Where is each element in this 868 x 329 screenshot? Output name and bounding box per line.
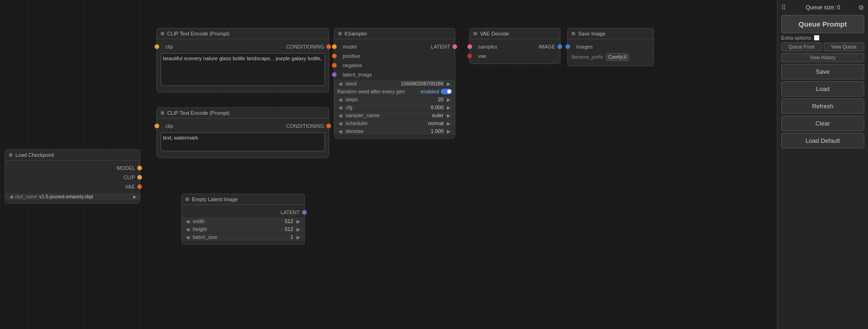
node-empty-latent: Empty Latent Image LATENT ◀ width 512 ▶ …	[181, 194, 305, 245]
clip-encode-2-header: CLIP Text Encode (Prompt)	[157, 108, 329, 119]
conditioning-output-label-1: CONDITIONING	[245, 44, 324, 49]
node-status-dot	[572, 32, 575, 35]
seed-row: ◀ seed 156680208700286 ▶	[334, 80, 455, 87]
image-output-port[interactable]	[557, 44, 562, 49]
height-label: height	[191, 226, 285, 232]
denoise-label: denoise	[344, 128, 430, 134]
denoise-arrow-left[interactable]: ◀	[337, 129, 344, 134]
clip-label: CLIP	[10, 175, 135, 180]
node-status-dot	[473, 32, 477, 35]
save-image-header: Save Image	[568, 28, 653, 39]
queue-prompt-button[interactable]: Queue Prompt	[781, 15, 864, 33]
extra-options-checkbox[interactable]	[814, 35, 819, 41]
images-input-port[interactable]	[565, 44, 570, 49]
width-arrow-left[interactable]: ◀	[184, 219, 191, 224]
sampler-arrow-left[interactable]: ◀	[337, 113, 344, 118]
positive-label: positive	[339, 53, 450, 59]
gear-icon[interactable]: ⚙	[858, 4, 864, 11]
latent-input-row: latent_image	[334, 70, 455, 79]
clip-input-port-1[interactable]	[155, 44, 159, 49]
vae-input-row: vae	[470, 51, 560, 61]
conditioning-output-port-2[interactable]	[326, 124, 331, 128]
batch-row: ◀ batch_size 1 ▶	[182, 233, 304, 241]
queue-front-button[interactable]: Queue Front	[781, 42, 822, 51]
conditioning-output-port-1[interactable]	[326, 44, 331, 49]
vae-input-port[interactable]	[467, 54, 472, 58]
seed-arrow-right[interactable]: ▶	[445, 81, 452, 86]
negative-label: negative	[339, 63, 450, 68]
images-input-label: images	[572, 44, 649, 49]
denoise-row: ◀ denoise 1.000 ▶	[334, 127, 455, 135]
node-status-dot	[9, 153, 13, 157]
view-queue-button[interactable]: View Queue	[824, 42, 864, 51]
scheduler-arrow-right[interactable]: ▶	[445, 121, 452, 126]
load-checkpoint-body: MODEL CLIP VAE ◀ ckpt_name v1-5-pruned-e…	[5, 161, 140, 203]
random-seed-row: Random seed after every gen enabled	[334, 88, 455, 95]
vae-output-row: VAE	[5, 182, 140, 191]
batch-arrow-right[interactable]: ▶	[295, 235, 302, 240]
clip-input-label-2: clip	[162, 123, 245, 129]
sampler-row: ◀ sampler_name euler ▶	[334, 112, 455, 119]
dots-icon: ⠿	[781, 4, 786, 11]
scheduler-arrow-left[interactable]: ◀	[337, 121, 344, 126]
clip-encode-1-textarea[interactable]	[161, 53, 325, 86]
cfg-arrow-right[interactable]: ▶	[445, 105, 452, 110]
sampler-value: euler	[432, 112, 444, 118]
save-image-body: images filename_prefix ComfyUI	[568, 39, 653, 66]
latent-output-port[interactable]	[302, 210, 307, 215]
cfg-arrow-left[interactable]: ◀	[337, 105, 344, 110]
vae-output-port[interactable]	[137, 184, 142, 189]
view-history-button[interactable]: View History	[781, 53, 864, 62]
seed-arrow-left[interactable]: ◀	[337, 81, 344, 86]
load-button[interactable]: Load	[781, 81, 864, 97]
positive-input-port[interactable]	[332, 54, 337, 58]
model-input-label: model	[339, 44, 396, 49]
save-button[interactable]: Save	[781, 64, 864, 79]
filename-prefix-row: filename_prefix ComfyUI	[568, 51, 653, 63]
latent-input-port[interactable]	[332, 72, 337, 77]
clip-output-port[interactable]	[137, 175, 142, 180]
sampler-arrow-right[interactable]: ▶	[445, 113, 452, 118]
ksampler-header: KSampler	[334, 28, 455, 39]
node-save-image: Save Image images filename_prefix ComfyU…	[567, 28, 654, 66]
model-input-port[interactable]	[332, 44, 337, 49]
samples-input-port[interactable]	[467, 44, 472, 49]
refresh-button[interactable]: Refresh	[781, 98, 864, 114]
random-toggle[interactable]	[441, 89, 452, 94]
ksampler-title: KSampler	[345, 31, 367, 36]
batch-arrow-left[interactable]: ◀	[184, 235, 191, 240]
model-output-port[interactable]	[137, 166, 142, 170]
steps-arrow-left[interactable]: ◀	[337, 97, 344, 102]
negative-input-port[interactable]	[332, 63, 337, 68]
clip-encode-1-body: clip CONDITIONING	[157, 39, 329, 92]
node-clip-encode-1: CLIP Text Encode (Prompt) clip CONDITION…	[156, 28, 329, 92]
scheduler-label: scheduler	[344, 120, 428, 126]
ksampler-body: model LATENT positive negative latent_im…	[334, 39, 455, 138]
scheduler-row: ◀ scheduler normal ▶	[334, 119, 455, 127]
ckpt-name-label: ckpt_name	[14, 194, 37, 199]
empty-latent-body: LATENT ◀ width 512 ▶ ◀ height 512 ▶ ◀ ba…	[182, 205, 304, 244]
width-arrow-right[interactable]: ▶	[295, 219, 302, 224]
sampler-label: sampler_name	[344, 112, 432, 118]
clip-input-label-1: clip	[162, 44, 245, 49]
clip-input-row-2: clip CONDITIONING	[157, 121, 329, 131]
ckpt-arrow-left[interactable]: ◀	[8, 194, 14, 199]
batch-value: 1	[290, 234, 293, 240]
random-label: Random seed after every gen	[337, 89, 421, 94]
node-ksampler: KSampler model LATENT positive negative …	[334, 28, 455, 139]
height-arrow-right[interactable]: ▶	[295, 227, 302, 232]
latent-image-label: latent_image	[339, 72, 450, 77]
height-arrow-left[interactable]: ◀	[184, 227, 191, 232]
vae-input-label: vae	[474, 53, 555, 59]
steps-arrow-right[interactable]: ▶	[445, 97, 452, 102]
vae-decode-body: samples IMAGE vae	[470, 39, 560, 63]
load-default-button[interactable]: Load Default	[781, 133, 864, 148]
samples-label: samples	[474, 44, 517, 49]
clip-encode-2-textarea[interactable]	[161, 133, 325, 151]
clear-button[interactable]: Clear	[781, 116, 864, 131]
mini-btn-row: Queue Front View Queue	[781, 42, 864, 51]
denoise-arrow-right[interactable]: ▶	[445, 129, 452, 134]
ckpt-arrow-right[interactable]: ▶	[133, 194, 137, 199]
latent-output-port-ks[interactable]	[452, 44, 457, 49]
clip-input-port-2[interactable]	[155, 124, 159, 128]
